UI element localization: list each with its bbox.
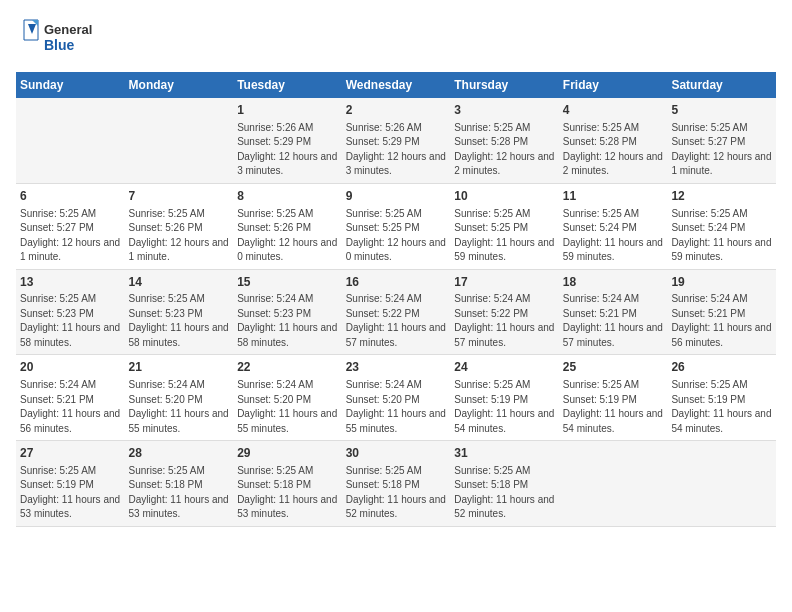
calendar-cell: 10Sunrise: 5:25 AM Sunset: 5:25 PM Dayli… (450, 183, 559, 269)
day-number: 12 (671, 188, 772, 205)
calendar-cell: 19Sunrise: 5:24 AM Sunset: 5:21 PM Dayli… (667, 269, 776, 355)
calendar-cell: 3Sunrise: 5:25 AM Sunset: 5:28 PM Daylig… (450, 98, 559, 183)
svg-text:Blue: Blue (44, 37, 75, 53)
day-info: Sunrise: 5:25 AM Sunset: 5:18 PM Dayligh… (454, 464, 555, 522)
calendar-week-row: 1Sunrise: 5:26 AM Sunset: 5:29 PM Daylig… (16, 98, 776, 183)
day-number: 11 (563, 188, 664, 205)
day-info: Sunrise: 5:24 AM Sunset: 5:23 PM Dayligh… (237, 292, 338, 350)
calendar-cell: 9Sunrise: 5:25 AM Sunset: 5:25 PM Daylig… (342, 183, 451, 269)
calendar-cell: 21Sunrise: 5:24 AM Sunset: 5:20 PM Dayli… (125, 355, 234, 441)
calendar-cell: 20Sunrise: 5:24 AM Sunset: 5:21 PM Dayli… (16, 355, 125, 441)
logo: General Blue (16, 16, 106, 60)
day-number: 1 (237, 102, 338, 119)
day-number: 7 (129, 188, 230, 205)
day-number: 25 (563, 359, 664, 376)
calendar-cell: 7Sunrise: 5:25 AM Sunset: 5:26 PM Daylig… (125, 183, 234, 269)
weekday-header-wednesday: Wednesday (342, 72, 451, 98)
day-number: 14 (129, 274, 230, 291)
calendar-cell: 4Sunrise: 5:25 AM Sunset: 5:28 PM Daylig… (559, 98, 668, 183)
calendar-week-row: 6Sunrise: 5:25 AM Sunset: 5:27 PM Daylig… (16, 183, 776, 269)
calendar-cell: 2Sunrise: 5:26 AM Sunset: 5:29 PM Daylig… (342, 98, 451, 183)
day-info: Sunrise: 5:25 AM Sunset: 5:28 PM Dayligh… (563, 121, 664, 179)
day-number: 15 (237, 274, 338, 291)
calendar-cell: 12Sunrise: 5:25 AM Sunset: 5:24 PM Dayli… (667, 183, 776, 269)
weekday-header-friday: Friday (559, 72, 668, 98)
day-info: Sunrise: 5:25 AM Sunset: 5:19 PM Dayligh… (20, 464, 121, 522)
day-number: 26 (671, 359, 772, 376)
day-number: 17 (454, 274, 555, 291)
calendar-week-row: 20Sunrise: 5:24 AM Sunset: 5:21 PM Dayli… (16, 355, 776, 441)
day-number: 28 (129, 445, 230, 462)
calendar-cell: 5Sunrise: 5:25 AM Sunset: 5:27 PM Daylig… (667, 98, 776, 183)
day-number: 16 (346, 274, 447, 291)
day-info: Sunrise: 5:24 AM Sunset: 5:20 PM Dayligh… (237, 378, 338, 436)
calendar-cell: 30Sunrise: 5:25 AM Sunset: 5:18 PM Dayli… (342, 441, 451, 527)
day-info: Sunrise: 5:25 AM Sunset: 5:23 PM Dayligh… (129, 292, 230, 350)
calendar-cell: 8Sunrise: 5:25 AM Sunset: 5:26 PM Daylig… (233, 183, 342, 269)
day-info: Sunrise: 5:24 AM Sunset: 5:20 PM Dayligh… (346, 378, 447, 436)
day-number: 6 (20, 188, 121, 205)
day-number: 10 (454, 188, 555, 205)
calendar-cell: 29Sunrise: 5:25 AM Sunset: 5:18 PM Dayli… (233, 441, 342, 527)
weekday-header-row: SundayMondayTuesdayWednesdayThursdayFrid… (16, 72, 776, 98)
calendar-cell: 11Sunrise: 5:25 AM Sunset: 5:24 PM Dayli… (559, 183, 668, 269)
day-number: 22 (237, 359, 338, 376)
day-number: 2 (346, 102, 447, 119)
calendar-cell: 24Sunrise: 5:25 AM Sunset: 5:19 PM Dayli… (450, 355, 559, 441)
day-number: 9 (346, 188, 447, 205)
calendar-cell: 28Sunrise: 5:25 AM Sunset: 5:18 PM Dayli… (125, 441, 234, 527)
day-info: Sunrise: 5:25 AM Sunset: 5:18 PM Dayligh… (237, 464, 338, 522)
weekday-header-sunday: Sunday (16, 72, 125, 98)
calendar-cell: 22Sunrise: 5:24 AM Sunset: 5:20 PM Dayli… (233, 355, 342, 441)
day-info: Sunrise: 5:25 AM Sunset: 5:19 PM Dayligh… (671, 378, 772, 436)
day-info: Sunrise: 5:25 AM Sunset: 5:24 PM Dayligh… (671, 207, 772, 265)
weekday-header-monday: Monday (125, 72, 234, 98)
svg-marker-3 (28, 24, 36, 34)
calendar-cell: 25Sunrise: 5:25 AM Sunset: 5:19 PM Dayli… (559, 355, 668, 441)
calendar-week-row: 13Sunrise: 5:25 AM Sunset: 5:23 PM Dayli… (16, 269, 776, 355)
calendar-cell: 23Sunrise: 5:24 AM Sunset: 5:20 PM Dayli… (342, 355, 451, 441)
day-number: 31 (454, 445, 555, 462)
calendar-week-row: 27Sunrise: 5:25 AM Sunset: 5:19 PM Dayli… (16, 441, 776, 527)
calendar-cell: 26Sunrise: 5:25 AM Sunset: 5:19 PM Dayli… (667, 355, 776, 441)
calendar-cell (559, 441, 668, 527)
day-number: 23 (346, 359, 447, 376)
day-info: Sunrise: 5:25 AM Sunset: 5:23 PM Dayligh… (20, 292, 121, 350)
day-number: 27 (20, 445, 121, 462)
calendar-table: SundayMondayTuesdayWednesdayThursdayFrid… (16, 72, 776, 527)
day-number: 13 (20, 274, 121, 291)
day-number: 5 (671, 102, 772, 119)
day-number: 20 (20, 359, 121, 376)
day-info: Sunrise: 5:25 AM Sunset: 5:25 PM Dayligh… (346, 207, 447, 265)
day-info: Sunrise: 5:25 AM Sunset: 5:19 PM Dayligh… (454, 378, 555, 436)
calendar-cell: 18Sunrise: 5:24 AM Sunset: 5:21 PM Dayli… (559, 269, 668, 355)
day-number: 19 (671, 274, 772, 291)
calendar-cell: 31Sunrise: 5:25 AM Sunset: 5:18 PM Dayli… (450, 441, 559, 527)
calendar-cell: 14Sunrise: 5:25 AM Sunset: 5:23 PM Dayli… (125, 269, 234, 355)
calendar-cell: 16Sunrise: 5:24 AM Sunset: 5:22 PM Dayli… (342, 269, 451, 355)
day-info: Sunrise: 5:25 AM Sunset: 5:25 PM Dayligh… (454, 207, 555, 265)
day-number: 8 (237, 188, 338, 205)
day-info: Sunrise: 5:25 AM Sunset: 5:27 PM Dayligh… (20, 207, 121, 265)
calendar-cell (667, 441, 776, 527)
day-info: Sunrise: 5:24 AM Sunset: 5:21 PM Dayligh… (671, 292, 772, 350)
calendar-cell: 27Sunrise: 5:25 AM Sunset: 5:19 PM Dayli… (16, 441, 125, 527)
day-number: 21 (129, 359, 230, 376)
calendar-cell (16, 98, 125, 183)
day-number: 29 (237, 445, 338, 462)
day-info: Sunrise: 5:26 AM Sunset: 5:29 PM Dayligh… (237, 121, 338, 179)
day-number: 4 (563, 102, 664, 119)
day-number: 18 (563, 274, 664, 291)
day-number: 24 (454, 359, 555, 376)
day-info: Sunrise: 5:25 AM Sunset: 5:26 PM Dayligh… (129, 207, 230, 265)
day-info: Sunrise: 5:24 AM Sunset: 5:21 PM Dayligh… (20, 378, 121, 436)
day-info: Sunrise: 5:26 AM Sunset: 5:29 PM Dayligh… (346, 121, 447, 179)
weekday-header-saturday: Saturday (667, 72, 776, 98)
calendar-cell: 13Sunrise: 5:25 AM Sunset: 5:23 PM Dayli… (16, 269, 125, 355)
day-info: Sunrise: 5:25 AM Sunset: 5:19 PM Dayligh… (563, 378, 664, 436)
weekday-header-tuesday: Tuesday (233, 72, 342, 98)
day-info: Sunrise: 5:25 AM Sunset: 5:27 PM Dayligh… (671, 121, 772, 179)
day-info: Sunrise: 5:25 AM Sunset: 5:26 PM Dayligh… (237, 207, 338, 265)
svg-text:General: General (44, 22, 92, 37)
day-info: Sunrise: 5:25 AM Sunset: 5:24 PM Dayligh… (563, 207, 664, 265)
